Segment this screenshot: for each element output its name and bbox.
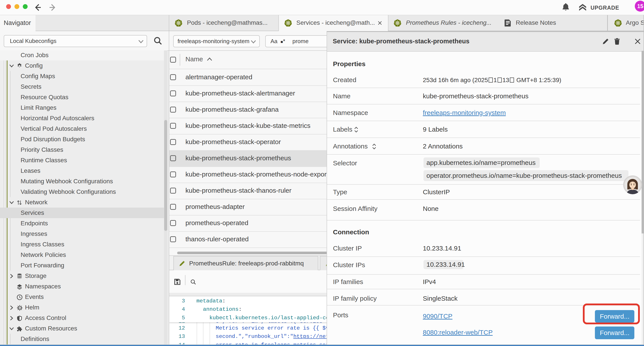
svg-text:HELM: HELM (17, 307, 22, 309)
